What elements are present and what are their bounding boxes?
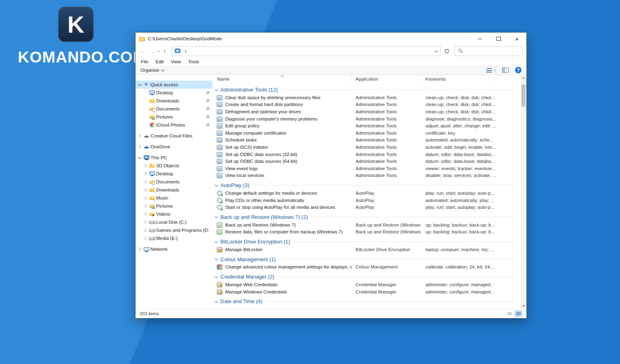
file-row-view-local-services[interactable]: View local servicesAdministrative Toolsd… xyxy=(212,172,521,179)
file-row-diagnose-your-computer-s-memory-problems[interactable]: Diagnose your computer's memory problems… xyxy=(212,115,521,123)
file-row-start-or-stop-using-autoplay-for-all-media-and-devices[interactable]: Start or stop using AutoPlay for all med… xyxy=(212,204,521,211)
file-row-set-up-iscsi-initiator[interactable]: Set up iSCSI initiatorAdministrative Too… xyxy=(212,144,521,151)
sidebar-item-label: Media (E:) xyxy=(156,236,178,241)
file-row-manage-computer-certificates[interactable]: Manage computer certificatesAdministrati… xyxy=(212,129,521,137)
chevron-down-icon[interactable] xyxy=(137,155,142,160)
chevron-right-icon[interactable] xyxy=(142,179,148,185)
menu-file[interactable]: File xyxy=(137,59,152,64)
sidebar-item-pictures[interactable]: Pictures xyxy=(136,202,212,210)
address-bar[interactable] xyxy=(172,46,441,56)
column-header-keywords[interactable]: Keywords xyxy=(421,75,489,83)
menu-view[interactable]: View xyxy=(167,59,184,64)
scroll-up-icon[interactable] xyxy=(521,75,526,81)
file-row-manage-bitlocker[interactable]: Manage BitLockerBitLocker Drive Encrypti… xyxy=(212,246,521,253)
collapse-group-icon[interactable] xyxy=(214,257,219,262)
file-row-clear-disk-space-by-deleting-unnecessary-files[interactable]: Clear disk space by deleting unnecessary… xyxy=(212,94,521,101)
sidebar-item-downloads[interactable]: Downloads xyxy=(136,97,212,105)
chevron-right-icon[interactable] xyxy=(137,144,142,150)
recent-locations-chevron-icon[interactable] xyxy=(157,49,160,52)
chevron-right-icon[interactable] xyxy=(142,171,148,177)
menu-tools[interactable]: Tools xyxy=(184,59,203,64)
large-icons-view-button[interactable] xyxy=(515,310,522,317)
sidebar-item-pictures[interactable]: Pictures xyxy=(136,113,212,121)
scrollbar-thumb[interactable] xyxy=(522,85,526,106)
file-row-change-default-settings-for-media-or-devices[interactable]: Change default settings for media or dev… xyxy=(212,189,521,197)
chevron-right-icon[interactable] xyxy=(137,246,142,252)
maximize-button[interactable] xyxy=(489,33,508,45)
back-button[interactable]: ← xyxy=(139,48,147,54)
file-row-manage-windows-credentials[interactable]: Manage Windows CredentialsCredential Man… xyxy=(212,288,521,295)
file-row-change-advanced-colour-management-settings-for-displays-scanners[interactable]: Change advanced colour management settin… xyxy=(212,264,521,271)
refresh-button[interactable] xyxy=(442,48,452,54)
address-dropdown-icon[interactable] xyxy=(435,49,438,52)
collapse-group-icon[interactable] xyxy=(214,183,219,188)
group-header-autoplay-3[interactable]: AutoPlay (3) xyxy=(212,181,521,189)
chevron-down-icon[interactable] xyxy=(137,82,142,87)
chevron-right-icon[interactable] xyxy=(142,187,148,193)
group-header-colour-management-1[interactable]: Colour Management (1) xyxy=(212,255,521,264)
chevron-right-icon[interactable] xyxy=(142,163,148,168)
sidebar-item-onedrive[interactable]: OneDrive xyxy=(136,143,212,151)
sidebar-item-network[interactable]: Network xyxy=(136,245,212,253)
chevron-right-icon[interactable] xyxy=(142,235,148,241)
sidebar-item-downloads[interactable]: Downloads xyxy=(136,186,212,194)
chevron-right-icon[interactable] xyxy=(142,211,148,217)
group-header-bitlocker-drive-encryption-1[interactable]: BitLocker Drive Encryption (1) xyxy=(212,237,521,246)
group-header-back-up-and-restore-windows-7-2[interactable]: Back up and Restore (Windows 7) (2) xyxy=(212,213,521,221)
file-row-schedule-tasks[interactable]: Schedule tasksAdministrative Toolsautoma… xyxy=(212,137,521,144)
file-row-defragment-and-optimise-your-drives[interactable]: Defragment and optimise your drivesAdmin… xyxy=(212,108,521,115)
collapse-group-icon[interactable] xyxy=(214,214,219,219)
sidebar-item-media-e[interactable]: Media (E:) xyxy=(136,234,212,242)
sidebar-item-3d-objects[interactable]: 3D Objects xyxy=(136,162,212,170)
chevron-right-icon[interactable] xyxy=(142,203,148,209)
chevron-right-icon[interactable] xyxy=(137,133,142,139)
sidebar-item-documents[interactable]: Documents xyxy=(136,178,212,186)
sidebar-item-music[interactable]: Music xyxy=(136,194,212,202)
sidebar-item-desktop[interactable]: Desktop xyxy=(136,170,212,178)
file-row-play-cds-or-other-media-automatically[interactable]: Play CDs or other media automaticallyAut… xyxy=(212,197,521,204)
group-header-administrative-tools-12[interactable]: Administrative Tools (12) xyxy=(212,85,521,94)
group-header-date-and-time-4[interactable]: Date and Time (4) xyxy=(212,297,521,306)
sidebar-item-quick-access[interactable]: Quick access xyxy=(136,81,212,89)
breadcrumb-chevron-icon[interactable] xyxy=(183,50,186,53)
preview-pane-button[interactable] xyxy=(502,68,509,73)
file-row-edit-group-policy[interactable]: Edit group policyAdministrative Toolsadj… xyxy=(212,122,521,129)
sidebar-item-documents[interactable]: Documents xyxy=(136,105,212,113)
sidebar-item-local-disk-c[interactable]: Local Disk (C:) xyxy=(136,218,212,226)
collapse-group-icon[interactable] xyxy=(214,87,219,92)
minimize-button[interactable] xyxy=(471,33,489,45)
sidebar-item-this-pc[interactable]: This PC xyxy=(136,154,212,162)
chevron-right-icon[interactable] xyxy=(142,227,148,233)
file-row-set-up-odbc-data-sources-32-bit[interactable]: Set up ODBC data sources (32-bit)Adminis… xyxy=(212,151,521,158)
forward-button[interactable]: → xyxy=(148,48,156,54)
file-row-restore-data-files-or-computer-from-backup-windows-7[interactable]: Restore data, files or computer from bac… xyxy=(212,229,521,236)
scroll-down-icon[interactable] xyxy=(521,303,526,309)
file-row-set-up-odbc-data-sources-64-bit[interactable]: Set up ODBC data sources (64-bit)Adminis… xyxy=(212,158,521,165)
collapse-group-icon[interactable] xyxy=(214,275,219,279)
column-header-application[interactable]: Application xyxy=(352,75,421,83)
collapse-group-icon[interactable] xyxy=(214,239,219,244)
sidebar-item-creative-cloud-files[interactable]: Creative Cloud Files xyxy=(136,132,212,140)
sidebar-item-desktop[interactable]: Desktop xyxy=(136,89,212,97)
search-box[interactable] xyxy=(455,46,522,56)
sidebar-item-icloud-photos[interactable]: iCloud Photos xyxy=(136,121,212,129)
close-button[interactable]: × xyxy=(508,33,526,45)
chevron-right-icon[interactable] xyxy=(142,219,148,225)
sidebar-item-videos[interactable]: Videos xyxy=(136,210,212,218)
collapse-group-icon[interactable] xyxy=(214,299,219,304)
change-view-button[interactable] xyxy=(486,68,496,73)
sidebar-item-games-and-programs-d[interactable]: Games and Programs (D:) xyxy=(136,226,212,234)
file-row-create-and-format-hard-disk-partitions[interactable]: Create and format hard disk partitionsAd… xyxy=(212,101,521,108)
vertical-scrollbar[interactable] xyxy=(521,75,526,309)
details-view-button[interactable] xyxy=(506,310,513,317)
title-bar[interactable]: C:\Users\Charlie\Desktop\GodMode × xyxy=(136,33,526,45)
up-button[interactable]: ↑ xyxy=(161,48,169,54)
group-header-credential-manager-2[interactable]: Credential Manager (2) xyxy=(212,272,521,281)
chevron-right-icon[interactable] xyxy=(142,195,148,201)
organise-button[interactable]: Organise xyxy=(140,68,164,73)
help-button[interactable]: ? xyxy=(515,67,522,73)
file-row-manage-web-credentials[interactable]: Manage Web CredentialsCredential Manager… xyxy=(212,281,521,288)
menu-edit[interactable]: Edit xyxy=(152,59,168,64)
file-row-back-up-and-restore-windows-7[interactable]: Back up and Restore (Windows 7)Back up a… xyxy=(212,221,521,229)
file-row-view-event-logs[interactable]: View event logsAdministrative Toolsviewe… xyxy=(212,165,521,172)
